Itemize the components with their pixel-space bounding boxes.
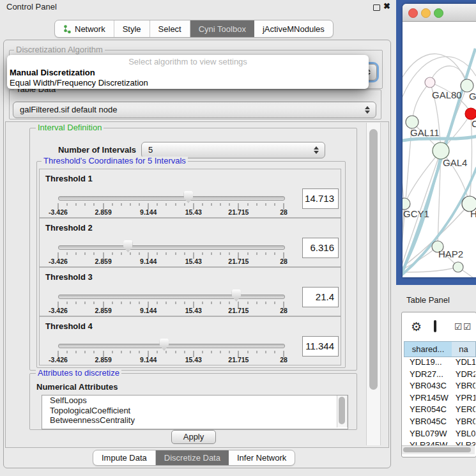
network-node-label: GCY1	[403, 208, 429, 219]
column-header-name[interactable]: na	[452, 341, 476, 357]
attributes-scrollbar-thumb[interactable]	[339, 397, 345, 424]
threshold-value-field[interactable]: 11.344	[302, 336, 339, 357]
table-rows[interactable]: YDL19...YDL1YDR27...YDR2YBR043CYBR0YPR14…	[404, 357, 475, 445]
threshold-slider[interactable]	[58, 245, 284, 249]
algorithm-dropdown-popup: Select algorithm to view settings Manual…	[7, 55, 369, 89]
panel-scrollbar[interactable]	[366, 123, 381, 445]
threshold-slider[interactable]	[58, 344, 284, 347]
algorithm-options: Manual DiscretizationEqual Width/Frequen…	[7, 68, 369, 88]
cell-shared-name: YBR045C	[404, 417, 456, 429]
threshold-slider[interactable]	[58, 196, 284, 199]
slider-thumb-icon[interactable]	[183, 191, 193, 203]
attribute-list-item[interactable]: SelfLoops	[42, 395, 348, 406]
table-hscrollbar-thumb[interactable]	[403, 447, 471, 452]
table-row[interactable]: YLR345WYLR3	[404, 440, 475, 445]
panel-scrollbar-thumb[interactable]	[369, 129, 378, 390]
column-header-shared-name[interactable]: shared...	[404, 341, 452, 357]
tab-jactivemnodules[interactable]: jActiveMNodules	[254, 20, 333, 37]
mac-minimize-icon[interactable]	[421, 8, 431, 18]
attribute-list-item[interactable]: TopologicalCoefficient	[42, 406, 348, 416]
table-row[interactable]: YDR27...YDR2	[404, 369, 475, 381]
checkbox-checked-icon[interactable]: ☑	[454, 322, 463, 331]
network-node-label: GAL11	[410, 127, 440, 138]
table-settings-gear-icon[interactable]: ⚙	[411, 321, 422, 333]
slider-track[interactable]	[58, 344, 285, 348]
network-edge[interactable]	[403, 167, 476, 276]
threshold-value-field[interactable]: 14.713	[302, 188, 339, 209]
threshold-label: Threshold 3	[45, 272, 93, 282]
algorithm-option[interactable]: Manual Discretization	[7, 68, 369, 78]
bottom-tab-bar: Impute DataDiscretize DataInfer Network	[93, 450, 295, 466]
network-node[interactable]	[453, 262, 463, 272]
mac-zoom-icon[interactable]	[434, 8, 443, 18]
slider-track[interactable]	[58, 295, 285, 299]
tab-label: Discretize Data	[164, 453, 220, 463]
threshold-value-field[interactable]: 21.4	[302, 287, 339, 307]
table-data-combobox[interactable]: galFiltered.sif default node	[13, 102, 376, 118]
slider-track[interactable]	[58, 245, 285, 250]
table-row[interactable]: YBL079WYBL0	[404, 429, 475, 441]
window-title: Control Panel	[6, 2, 57, 12]
slider-tick-labels: -3.4262.8599.14415.4321.71528	[58, 208, 284, 216]
attributes-scrollbar[interactable]	[337, 395, 348, 427]
tab-impute-data[interactable]: Impute Data	[93, 450, 156, 465]
algorithm-group-title: Discretization Algorithm	[14, 45, 105, 54]
algorithm-option[interactable]: Equal Width/Frequency Discretization	[7, 78, 369, 88]
network-node[interactable]	[461, 79, 473, 92]
network-node[interactable]	[425, 77, 435, 88]
table-row[interactable]: YPR145WYPR1	[404, 393, 475, 405]
network-icon	[63, 24, 72, 34]
column-layout-icon[interactable]	[434, 320, 436, 332]
algorithm-hint: Select algorithm to view settings	[7, 55, 369, 68]
threshold-slider[interactable]	[58, 295, 284, 298]
slider-track[interactable]	[58, 196, 285, 201]
mac-close-icon[interactable]	[408, 8, 418, 18]
tab-select[interactable]: Select	[150, 20, 190, 37]
top-tab-bar: NetworkStyleSelectCyni ToolboxjActiveMNo…	[54, 20, 334, 38]
threshold-value-field[interactable]: 6.316	[302, 238, 339, 258]
threshold-row: Threshold 1-3.4262.8599.14415.4321.71528…	[39, 169, 341, 218]
table-row[interactable]: YER054CYER0	[404, 404, 475, 417]
tab-infer-network[interactable]: Infer Network	[229, 450, 295, 465]
interval-definition-title: Interval Definition	[36, 123, 104, 132]
table-hscrollbar[interactable]	[402, 445, 475, 454]
cell-name: YLR3	[456, 440, 475, 445]
attribute-list-item[interactable]: BetweennessCentrality	[42, 415, 348, 426]
tab-network[interactable]: Network	[55, 20, 114, 37]
slider-thumb-icon[interactable]	[123, 240, 133, 252]
stepper-icon	[314, 146, 319, 154]
cell-shared-name: YBR043C	[404, 381, 456, 393]
slider-thumb-icon[interactable]	[159, 339, 169, 351]
threshold-label: Threshold 4	[45, 321, 93, 331]
network-edge[interactable]	[403, 146, 404, 204]
tab-cyni-toolbox[interactable]: Cyni Toolbox	[190, 20, 254, 37]
slider-thumb-icon[interactable]	[231, 289, 241, 302]
thresholds-group-title: Threshold's Coordinates for 5 Intervals	[42, 157, 188, 165]
numerical-attributes-label: Numerical Attributes	[36, 382, 118, 392]
table-row[interactable]: YBR043CYBR0	[404, 381, 475, 393]
network-node-label: C	[472, 118, 476, 129]
stepper-icon	[365, 106, 370, 114]
slider-tick-labels: -3.4262.8599.14415.4321.71528	[58, 307, 284, 314]
tab-label: Select	[158, 24, 181, 34]
close-icon[interactable]: ✖	[383, 1, 390, 11]
tab-style[interactable]: Style	[114, 20, 150, 37]
network-node[interactable]	[406, 116, 418, 128]
network-canvas[interactable]: GAL80GAGAL11CGAL4GCY1HHAP2	[403, 22, 476, 277]
table-row[interactable]: YBR045CYBR0	[404, 417, 475, 429]
threshold-row: Threshold 4-3.4262.8599.14415.4321.71528…	[39, 316, 341, 365]
threshold-label: Threshold 2	[45, 223, 93, 233]
slider-tick-labels: -3.4262.8599.14415.4321.71528	[58, 257, 284, 265]
cell-shared-name: YDL19...	[404, 357, 456, 369]
table-panel-title: Table Panel	[406, 295, 450, 305]
numerical-attributes-list[interactable]: SelfLoopsTopologicalCoefficientBetweenne…	[42, 395, 348, 429]
tab-discretize-data[interactable]: Discretize Data	[156, 450, 229, 465]
table-row[interactable]: YDL19...YDL1	[404, 357, 475, 369]
network-node-label: GAL80	[432, 89, 462, 100]
float-window-icon[interactable]	[373, 4, 380, 11]
screen: Control Panel ✖ NetworkStyleSelectCyni T…	[0, 0, 476, 476]
checkbox-checked-icon[interactable]: ☑	[463, 322, 472, 331]
network-node-label: GAL4	[443, 157, 467, 168]
threshold-label: Threshold 1	[45, 174, 93, 183]
apply-button[interactable]: Apply	[171, 430, 216, 444]
